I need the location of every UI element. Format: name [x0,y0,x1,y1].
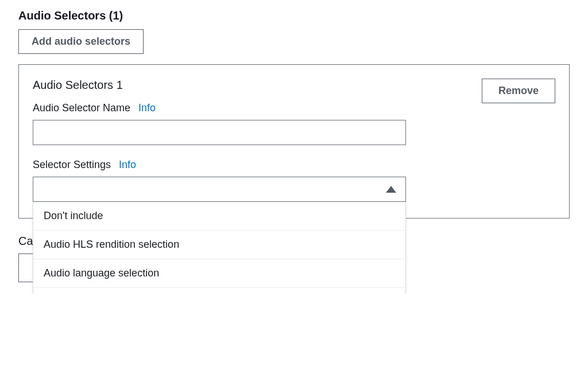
audio-selector-name-input[interactable] [33,120,406,145]
add-audio-selectors-button[interactable]: Add audio selectors [18,29,144,54]
selector-settings-select-wrapper: Don't include Audio HLS rendition select… [33,177,406,202]
panel-title: Audio Selectors 1 [33,79,406,92]
selector-settings-select[interactable] [33,177,406,202]
field-label-text: Selector Settings [33,159,111,171]
dropdown-option[interactable]: Audio language selection [33,259,405,288]
dropdown-option[interactable]: Audio pid selection [33,288,405,294]
chevron-up-icon [386,186,396,193]
audio-selectors-header: Audio Selectors (1) [18,9,570,22]
dropdown-option[interactable]: Audio HLS rendition selection [33,231,405,259]
field-label-text: Audio Selector Name [33,102,130,114]
selector-settings-label: Selector Settings Info [33,159,406,171]
audio-selector-panel: Audio Selectors 1 Audio Selector Name In… [18,64,570,219]
info-link[interactable]: Info [119,159,136,171]
audio-selector-name-label: Audio Selector Name Info [33,102,406,114]
dropdown-option[interactable]: Don't include [33,202,405,231]
selector-settings-dropdown: Don't include Audio HLS rendition select… [33,202,406,294]
remove-button[interactable]: Remove [482,79,555,103]
info-link[interactable]: Info [138,102,156,114]
